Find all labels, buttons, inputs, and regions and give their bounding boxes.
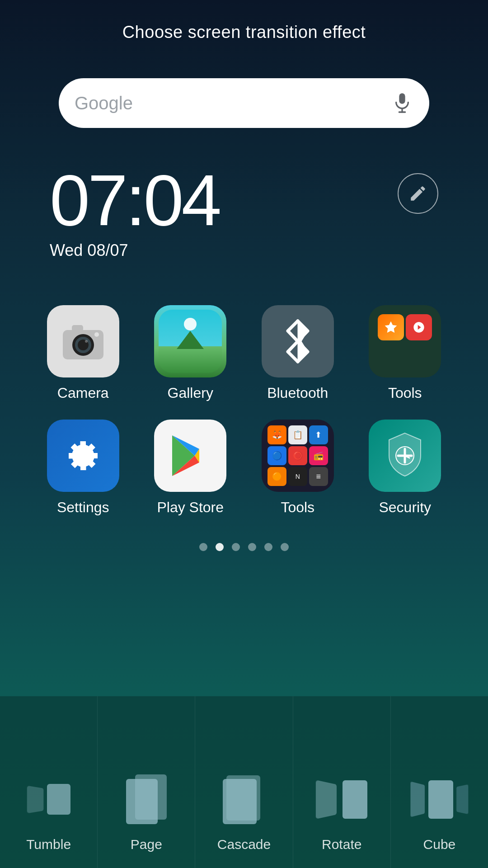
dot-2[interactable] [232, 543, 240, 551]
tools-folder-icon [369, 305, 441, 377]
app-grid: Camera Gallery Bluetooth [0, 305, 488, 516]
app-item-bluetooth[interactable]: Bluetooth [251, 305, 345, 401]
camera-label: Camera [57, 385, 109, 401]
svg-rect-8 [72, 325, 83, 331]
app-item-tools-folder[interactable]: Tools [358, 305, 452, 401]
cascade-label: Cascade [217, 837, 271, 852]
search-bar[interactable]: Google [59, 78, 429, 128]
svg-point-7 [85, 340, 88, 343]
tumble-icon [22, 770, 76, 829]
camera-icon [47, 305, 119, 377]
dot-0[interactable] [199, 543, 207, 551]
clock-section: 07:04 Wed 08/07 [50, 164, 488, 260]
dot-1[interactable] [216, 543, 224, 551]
tumble-label: Tumble [26, 837, 71, 852]
search-text: Google [75, 93, 391, 113]
gallery-label: Gallery [168, 385, 213, 401]
app-item-gallery[interactable]: Gallery [144, 305, 238, 401]
page-label: Page [131, 837, 162, 852]
header-title: Choose screen transition effect [0, 0, 488, 42]
edit-clock-button[interactable] [398, 173, 438, 214]
playstore-label: Play Store [157, 499, 224, 516]
page-icon [119, 770, 174, 829]
transition-item-cascade[interactable]: Cascade [195, 696, 293, 868]
bluetooth-label: Bluetooth [267, 385, 328, 401]
cube-icon [412, 770, 466, 829]
transition-item-tumble[interactable]: Tumble [0, 696, 98, 868]
tools-app-icon: 🦊 📋 ⬆ 🔵 ⭕ 📻 🟠 N ≡ [262, 420, 334, 492]
app-item-camera[interactable]: Camera [36, 305, 130, 401]
settings-label: Settings [57, 499, 109, 516]
app-item-security[interactable]: Security [358, 420, 452, 516]
app-item-playstore[interactable]: Play Store [144, 420, 238, 516]
mic-icon[interactable] [391, 90, 413, 117]
svg-point-9 [94, 332, 99, 337]
rotate-label: Rotate [322, 837, 361, 852]
tools-folder-label: Tools [388, 385, 422, 401]
gallery-icon [154, 305, 226, 377]
transition-strip: Tumble Page Cascade Rotate [0, 696, 488, 868]
transition-item-rotate[interactable]: Rotate [293, 696, 391, 868]
clock-date: Wed 08/07 [50, 241, 488, 260]
transition-item-page[interactable]: Page [98, 696, 195, 868]
dot-4[interactable] [264, 543, 272, 551]
dot-5[interactable] [281, 543, 289, 551]
rotate-icon [314, 770, 369, 829]
app-item-tools-app[interactable]: 🦊 📋 ⬆ 🔵 ⭕ 📻 🟠 N ≡ Tools [251, 420, 345, 516]
dot-3[interactable] [248, 543, 256, 551]
clock-minutes: :04 [126, 160, 219, 241]
bluetooth-icon [262, 305, 334, 377]
cube-label: Cube [423, 837, 456, 852]
transition-item-cube[interactable]: Cube [391, 696, 488, 868]
tools-app-label: Tools [281, 499, 314, 516]
playstore-icon [154, 420, 226, 492]
page-indicators [0, 543, 488, 551]
svg-rect-0 [399, 93, 405, 104]
app-item-settings[interactable]: Settings [36, 420, 130, 516]
clock-hour: 07 [50, 160, 126, 241]
security-label: Security [379, 499, 431, 516]
cascade-icon [217, 770, 271, 829]
settings-icon [47, 420, 119, 492]
security-icon [369, 420, 441, 492]
